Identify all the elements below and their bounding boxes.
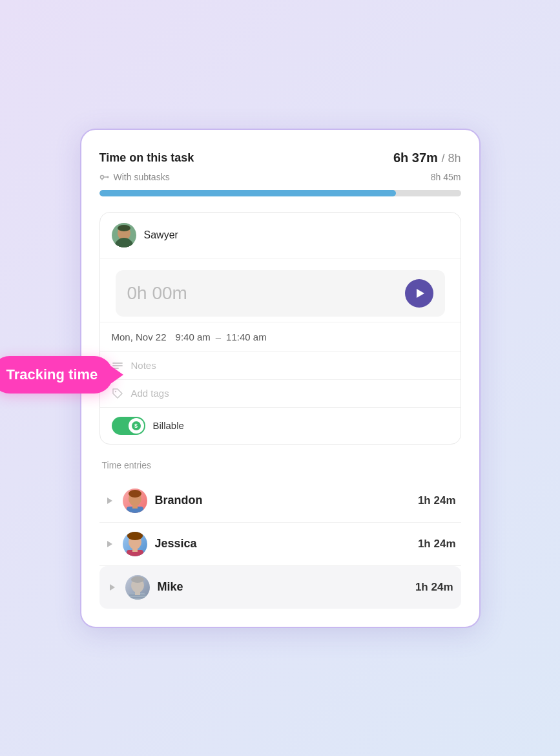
tags-placeholder: Add tags [131, 388, 169, 399]
time-end: 11:40 am [226, 331, 267, 342]
avatar-mike [125, 575, 150, 600]
avatar-sawyer [112, 223, 136, 247]
svg-point-15 [129, 490, 141, 498]
date-label: Mon, Nov 22 [112, 331, 167, 342]
tag-icon [112, 388, 123, 399]
entry-name-jessica: Jessica [155, 537, 410, 551]
table-row[interactable]: Mike 1h 24m [99, 566, 461, 609]
notes-placeholder: Notes [131, 360, 156, 371]
user-section-card: Sawyer 0h 00m Mon, Nov 22 9:40 am – 11:4… [99, 212, 461, 445]
dollar-icon: $ [132, 421, 141, 430]
svg-rect-29 [135, 592, 140, 595]
play-button[interactable] [405, 279, 433, 308]
tracking-time-tooltip: Tracking time [0, 356, 113, 394]
main-card: Tracking time Time on this task 6h 37m /… [80, 129, 481, 628]
subtasks-row: With subtasks 8h 45m [99, 172, 461, 182]
datetime-row: Mon, Nov 22 9:40 am – 11:40 am [100, 322, 461, 352]
svg-rect-17 [132, 505, 138, 509]
toggle-knob: $ [129, 418, 144, 434]
svg-rect-28 [129, 597, 146, 598]
svg-point-25 [131, 576, 144, 583]
notes-row[interactable]: Notes [100, 352, 461, 379]
time-entries-label: Time entries [99, 460, 461, 470]
progress-bar-fill [99, 190, 396, 196]
billable-row: $ Billable [100, 407, 461, 444]
svg-rect-22 [132, 549, 138, 552]
task-title-label: Time on this task [99, 151, 194, 165]
svg-marker-13 [107, 498, 112, 504]
svg-point-0 [100, 175, 103, 178]
time-dash: – [216, 331, 221, 342]
tags-row[interactable]: Add tags [100, 379, 461, 407]
chevron-right-icon [107, 582, 118, 593]
subtask-icon [99, 172, 110, 182]
entry-name-brandon: Brandon [155, 494, 410, 507]
subtasks-time: 8h 45m [431, 172, 461, 182]
time-start: 9:40 am [176, 331, 211, 342]
table-row[interactable]: Brandon 1h 24m [99, 479, 461, 523]
task-header: Time on this task 6h 37m / 8h [99, 151, 461, 165]
chevron-right-icon [105, 539, 115, 549]
subtasks-label: With subtasks [99, 172, 170, 182]
time-entries-section: Time entries Brandon 1h 24m [99, 460, 461, 609]
entry-time-jessica: 1h 24m [418, 538, 456, 551]
avatar-jessica [123, 532, 147, 556]
time-range: 9:40 am – 11:40 am [176, 331, 267, 342]
entry-time-brandon: 1h 24m [418, 494, 456, 507]
user-row: Sawyer [100, 213, 461, 258]
svg-marker-8 [417, 289, 424, 298]
svg-rect-6 [116, 241, 132, 247]
play-icon [414, 288, 426, 299]
avatar-brandon [123, 488, 147, 513]
table-row[interactable]: Jessica 1h 24m [99, 523, 461, 566]
svg-marker-23 [110, 584, 115, 591]
timer-row: 0h 00m [116, 270, 445, 317]
task-time-display: 6h 37m / 8h [393, 151, 461, 165]
user-name-label: Sawyer [144, 229, 178, 241]
svg-rect-7 [121, 240, 127, 243]
svg-marker-18 [107, 541, 112, 547]
billable-label: Billable [153, 420, 184, 431]
entry-time-mike: 1h 24m [415, 581, 453, 594]
progress-bar-background [99, 190, 461, 196]
entry-name-mike: Mike [158, 580, 408, 594]
chevron-right-icon [105, 496, 115, 506]
svg-point-5 [118, 225, 130, 231]
svg-point-2 [107, 176, 109, 178]
billable-toggle[interactable]: $ [112, 417, 145, 435]
svg-point-12 [114, 390, 116, 392]
timer-container: 0h 00m [100, 258, 461, 317]
timer-display: 0h 00m [127, 283, 187, 304]
